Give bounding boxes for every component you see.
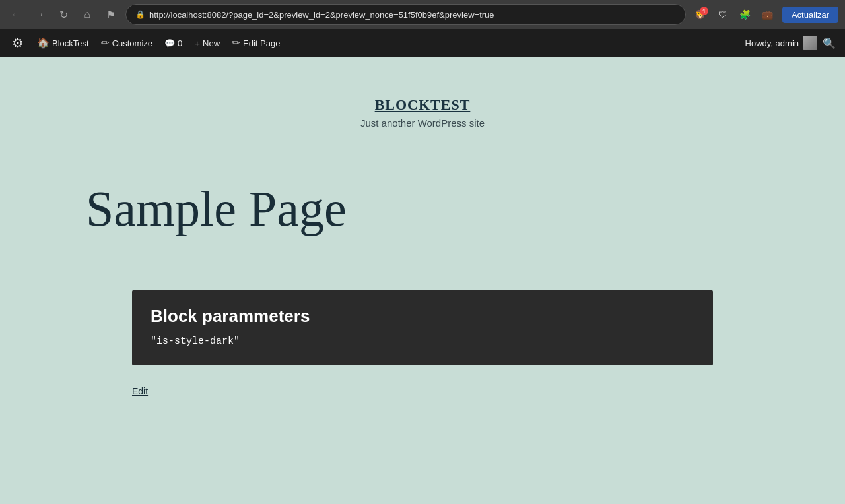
ext-badge: 1 <box>700 7 708 15</box>
address-bar[interactable]: 🔒 http://localhost:8082/?page_id=2&previ… <box>125 4 686 25</box>
edit-link[interactable]: Edit <box>132 386 148 396</box>
customize-icon: ✏ <box>101 37 110 49</box>
wp-logo-icon: ⚙ <box>12 35 24 51</box>
block-params-code: "is-style-dark" <box>151 336 694 347</box>
reload-button[interactable]: ↻ <box>54 5 73 24</box>
comments-count-label: 0 <box>178 38 182 48</box>
wp-admin-bar: ⚙ 🏠 BlockTest ✏ Customize 💬 0 + New ✏ Ed… <box>0 29 845 57</box>
site-tagline: Just another WordPress site <box>13 117 832 129</box>
search-icon: 🔍 <box>823 37 836 49</box>
avatar-image <box>803 36 817 50</box>
brave-extension[interactable]: 🦁 1 <box>691 5 710 24</box>
admin-avatar <box>803 36 817 50</box>
forward-button[interactable]: → <box>30 5 49 24</box>
lock-icon: 🔒 <box>135 10 145 19</box>
browser-extensions: 🦁 1 🛡 🧩 💼 <box>691 5 777 24</box>
site-title[interactable]: BLOCKTEST <box>13 96 832 113</box>
url-text: http://localhost:8082/?page_id=2&preview… <box>149 10 494 20</box>
page-divider <box>86 257 759 257</box>
admin-bar-new[interactable]: + New <box>189 29 225 57</box>
shield-extension[interactable]: 🛡 <box>714 5 732 24</box>
edit-page-icon: ✏ <box>232 37 240 49</box>
new-label: New <box>203 38 220 48</box>
shield-icon: 🛡 <box>718 9 727 20</box>
browser-chrome: ← → ↻ ⌂ ⚑ 🔒 http://localhost:8082/?page_… <box>0 0 845 29</box>
edit-page-label: Edit Page <box>243 38 280 48</box>
site-header: BLOCKTEST Just another WordPress site <box>0 57 845 155</box>
home-button[interactable]: ⌂ <box>78 5 96 24</box>
site-icon: 🏠 <box>37 37 50 49</box>
admin-bar-site[interactable]: 🏠 BlockTest <box>32 29 94 57</box>
comments-icon: 💬 <box>164 38 175 48</box>
admin-bar-comments[interactable]: 💬 0 <box>159 29 187 57</box>
site-name-label: BlockTest <box>52 38 89 48</box>
wp-logo-item[interactable]: ⚙ <box>5 29 30 57</box>
wallet-extension[interactable]: 💼 <box>759 5 777 24</box>
bookmark-button[interactable]: ⚑ <box>102 5 120 24</box>
edit-link-container: Edit <box>132 365 713 404</box>
admin-search-button[interactable]: 🔍 <box>819 32 840 53</box>
puzzle-extension[interactable]: 🧩 <box>736 5 755 24</box>
new-icon: + <box>194 38 200 49</box>
wallet-icon: 💼 <box>762 9 773 20</box>
howdy-label: Howdy, admin <box>745 38 799 48</box>
howdy-area[interactable]: Howdy, admin <box>745 36 817 50</box>
block-params-container: Block parammeters "is-style-dark" Edit <box>125 290 720 404</box>
page-main: Sample Page Block parammeters "is-style-… <box>26 155 819 430</box>
block-params-heading: Block parammeters <box>151 306 694 327</box>
browser-nav: ← → ↻ ⌂ ⚑ 🔒 http://localhost:8082/?page_… <box>0 0 845 29</box>
admin-bar-customize[interactable]: ✏ Customize <box>96 29 158 57</box>
actualizar-button[interactable]: Actualizar <box>782 7 838 23</box>
block-params-block: Block parammeters "is-style-dark" <box>132 290 713 365</box>
page-title: Sample Page <box>86 181 759 237</box>
admin-bar-edit-page[interactable]: ✏ Edit Page <box>226 29 285 57</box>
page-content: BLOCKTEST Just another WordPress site Sa… <box>0 57 845 504</box>
customize-label: Customize <box>112 38 152 48</box>
puzzle-icon: 🧩 <box>739 9 751 20</box>
back-button[interactable]: ← <box>7 5 25 24</box>
